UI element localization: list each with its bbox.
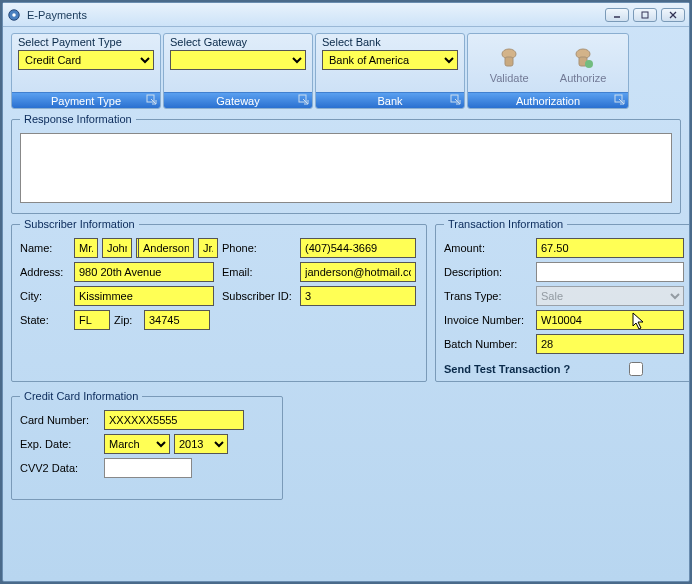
batch-number-input[interactable] [536,334,684,354]
phone-label: Phone: [222,242,296,254]
transaction-information-group: Transaction Information Amount: Descript… [435,218,689,382]
exp-month-select[interactable]: March [104,434,170,454]
address-input[interactable] [74,262,214,282]
city-input[interactable] [74,286,214,306]
trans-type-select[interactable]: Sale [536,286,684,306]
description-input[interactable] [536,262,684,282]
send-test-label: Send Test Transaction ? [444,363,570,375]
description-label: Description: [444,266,532,278]
email-label: Email: [222,266,296,278]
invoice-number-input[interactable] [536,310,684,330]
gateway-label: Select Gateway [170,36,306,48]
name-first-input[interactable] [102,238,132,258]
batch-number-label: Batch Number: [444,338,532,350]
card-number-label: Card Number: [20,414,100,426]
cvv2-label: CVV2 Data: [20,462,100,474]
amount-input[interactable] [536,238,684,258]
gateway-footer: Gateway [216,95,259,107]
ribbon: Select Payment Type Credit Card Payment … [11,33,681,109]
cc-legend: Credit Card Information [20,390,142,402]
dialog-launcher-icon[interactable] [146,94,158,106]
phone-input[interactable] [300,238,416,258]
cvv2-input[interactable] [104,458,192,478]
response-information-group: Response Information [11,113,681,214]
exp-year-select[interactable]: 2013 [174,434,228,454]
ribbon-group-bank: Select Bank Bank of America Bank [315,33,465,109]
name-label: Name: [20,242,70,254]
trans-type-label: Trans Type: [444,290,532,302]
payment-type-footer: Payment Type [51,95,121,107]
dialog-launcher-icon[interactable] [614,94,626,106]
validate-icon [497,46,521,70]
name-suffix-input[interactable] [198,238,218,258]
ribbon-group-authorization: Validate Authorize Authorization [467,33,629,109]
name-prefix-input[interactable] [74,238,98,258]
state-label: State: [20,314,70,326]
ribbon-group-gateway: Select Gateway Gateway [163,33,313,109]
name-last-input[interactable] [138,238,194,258]
response-legend: Response Information [20,113,136,125]
window-title: E-Payments [27,9,605,21]
authorize-icon [571,46,595,70]
window-controls [605,8,685,22]
gateway-select[interactable] [170,50,306,70]
subscriber-legend: Subscriber Information [20,218,139,230]
response-textarea[interactable] [20,133,672,203]
minimize-button[interactable] [605,8,629,22]
zip-label: Zip: [114,314,140,326]
bank-label: Select Bank [322,36,458,48]
svg-point-13 [585,60,593,68]
validate-button[interactable]: Validate [490,46,529,84]
exp-date-label: Exp. Date: [20,438,100,450]
bank-footer: Bank [377,95,402,107]
zip-input[interactable] [144,310,210,330]
transaction-legend: Transaction Information [444,218,567,230]
subscriber-id-input[interactable] [300,286,416,306]
state-input[interactable] [74,310,110,330]
card-number-input[interactable] [104,410,244,430]
payment-type-label: Select Payment Type [18,36,154,48]
app-icon [7,8,21,22]
svg-point-1 [12,13,16,17]
invoice-number-label: Invoice Number: [444,314,532,326]
city-label: City: [20,290,70,302]
ribbon-group-payment-type: Select Payment Type Credit Card Payment … [11,33,161,109]
subscriber-information-group: Subscriber Information Name: Address: [11,218,427,382]
credit-card-information-group: Credit Card Information Card Number: Exp… [11,390,283,500]
payment-type-select[interactable]: Credit Card [18,50,154,70]
send-test-checkbox[interactable] [588,362,684,376]
subscriber-id-label: Subscriber ID: [222,290,296,302]
svg-rect-10 [505,57,513,66]
cursor-icon [632,312,648,332]
address-label: Address: [20,266,70,278]
maximize-button[interactable] [633,8,657,22]
dialog-launcher-icon[interactable] [298,94,310,106]
amount-label: Amount: [444,242,532,254]
epayments-window: E-Payments Select Payment Type Credit Ca… [2,2,690,582]
dialog-launcher-icon[interactable] [450,94,462,106]
titlebar: E-Payments [3,3,689,27]
svg-rect-3 [642,12,648,18]
authorization-footer: Authorization [516,95,580,107]
authorize-button[interactable]: Authorize [560,46,606,84]
email-input[interactable] [300,262,416,282]
bank-select[interactable]: Bank of America [322,50,458,70]
close-button[interactable] [661,8,685,22]
